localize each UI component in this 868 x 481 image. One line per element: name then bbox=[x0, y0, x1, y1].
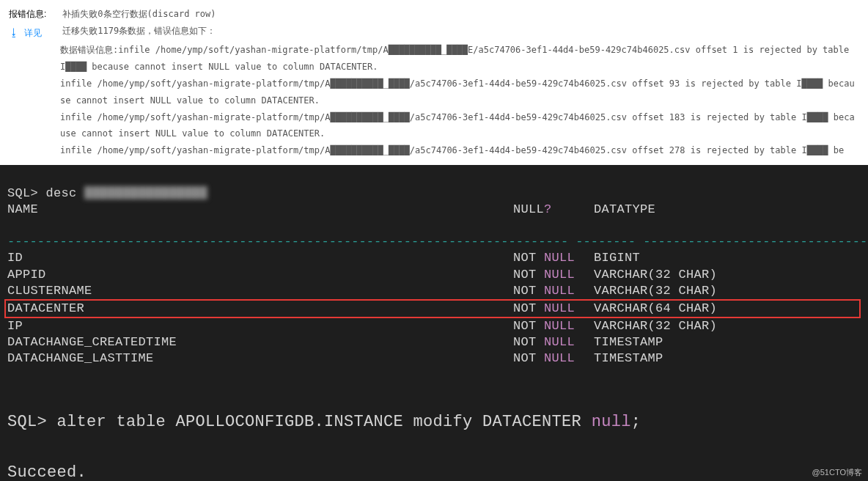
watermark: @51CTO博客 bbox=[812, 467, 862, 478]
separator-dashes: ----------------------------------------… bbox=[7, 235, 868, 249]
sql-terminal: SQL> desc ████████████████ NAMENULL?DATA… bbox=[0, 165, 868, 481]
desc-row: IDNOT NULLBIGINT bbox=[7, 250, 861, 266]
desc-command: SQL> desc ████████████████ bbox=[7, 186, 207, 200]
error-line: infile /home/ymp/soft/yashan-migrate-pla… bbox=[60, 145, 844, 155]
error-line: infile /home/ymp/soft/yashan-migrate-pla… bbox=[60, 112, 855, 139]
error-summary-2: 迁移失败1179条数据，错误信息如下： bbox=[62, 26, 216, 36]
error-line: infile /home/ymp/soft/yashan-migrate-pla… bbox=[60, 45, 849, 72]
error-summary-1: 补插失败0条空行数据(discard row) bbox=[62, 9, 216, 19]
details-link[interactable]: 详见 bbox=[24, 28, 42, 38]
highlighted-row: DATACENTERNOT NULLVARCHAR(64 CHAR) bbox=[4, 299, 861, 318]
desc-row: CLUSTERNAMENOT NULLVARCHAR(32 CHAR) bbox=[7, 283, 861, 299]
error-line: infile /home/ymp/soft/yashan-migrate-pla… bbox=[60, 78, 855, 106]
error-line-prefix: 数据错误信息: bbox=[60, 45, 118, 55]
desc-row: DATACHANGE_LASTTIMENOT NULLTIMESTAMP bbox=[7, 350, 861, 367]
download-icon[interactable]: ⭳ bbox=[9, 26, 19, 38]
col-header-name: NAME bbox=[7, 202, 513, 218]
succeed-msg: Succeed. bbox=[7, 463, 87, 481]
col-header-null: NULL? bbox=[513, 202, 594, 218]
desc-row: DATACHANGE_CREATEDTIMENOT NULLTIMESTAMP bbox=[7, 334, 861, 350]
desc-row: IPNOT NULLVARCHAR(32 CHAR) bbox=[7, 318, 861, 334]
col-header-datatype: DATATYPE bbox=[594, 202, 655, 218]
desc-row: APPIDNOT NULLVARCHAR(32 CHAR) bbox=[7, 267, 861, 283]
error-log-panel: 报错信息: 补插失败0条空行数据(discard row) ⭳ 详见 迁移失败1… bbox=[0, 0, 868, 165]
error-label: 报错信息: bbox=[9, 6, 60, 23]
alter-command: SQL> alter table APOLLOCONFIGDB.INSTANCE… bbox=[7, 413, 641, 431]
